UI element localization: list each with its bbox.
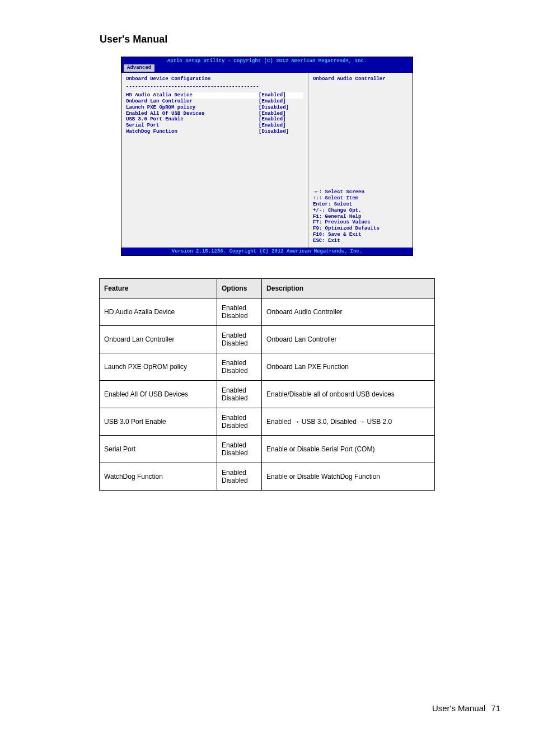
bios-setting-label: HD Audio Azalia Device <box>126 92 259 99</box>
bios-right-panel: Onboard Audio Controller →←: Select Scre… <box>308 73 413 248</box>
bios-tab-row: Advanced <box>121 64 413 73</box>
td-feature: Launch PXE OpROM policy <box>100 353 217 381</box>
bios-help-line: F9: Optimized Defaults <box>313 226 408 232</box>
table-row: Onboard Lan ControllerEnabledDisabledOnb… <box>100 326 435 353</box>
bios-setting-row: Enabled All Of USB Devices[Enabled] <box>126 111 303 117</box>
bios-help-line: Enter: Select <box>313 202 408 208</box>
bios-setting-value: [Enabled] <box>259 92 303 99</box>
bios-settings-list: HD Audio Azalia Device[Enabled]Onboard L… <box>126 92 303 135</box>
bios-footer: Version 2.15.1236. Copyright (C) 2012 Am… <box>121 248 413 256</box>
bios-setting-row: HD Audio Azalia Device[Enabled] <box>126 92 303 99</box>
bios-left-panel: Onboard Device Configuration -----------… <box>121 73 308 248</box>
bios-setting-row: WatchDog Function[Disabled] <box>126 129 303 135</box>
bios-setting-value: [Disabled] <box>259 129 303 135</box>
table-row: WatchDog FunctionEnabledDisabledEnable o… <box>100 463 435 491</box>
td-options: EnabledDisabled <box>217 298 261 326</box>
td-description: Enable/Disable all of onboard USB device… <box>262 381 435 408</box>
td-feature: USB 3.0 Port Enable <box>100 408 217 436</box>
options-table: Feature Options Description HD Audio Aza… <box>99 278 435 491</box>
td-options: EnabledDisabled <box>217 463 261 491</box>
bios-setting-row: Launch PXE OpROM policy[Disabled] <box>126 105 303 111</box>
bios-body: Onboard Device Configuration -----------… <box>121 73 413 248</box>
th-description: Description <box>262 279 435 298</box>
page-title: User's Manual <box>100 34 534 45</box>
bios-setting-label: Launch PXE OpROM policy <box>126 105 259 111</box>
td-description: Enable or Disable WatchDog Function <box>262 463 435 491</box>
table-row: USB 3.0 Port EnableEnabledDisabledEnable… <box>100 408 435 436</box>
td-feature: Serial Port <box>100 436 217 463</box>
bios-help-line: F7: Previous Values <box>313 220 408 226</box>
bios-help-line: ESC: Exit <box>313 238 408 244</box>
bios-setting-row: USB 3.0 Port Enable[Enabled] <box>126 116 303 123</box>
td-options: EnabledDisabled <box>217 381 261 408</box>
table-row: Enabled All Of USB DevicesEnabledDisable… <box>100 381 435 408</box>
td-description: Enabled → USB 3.0, Disabled → USB 2.0 <box>262 408 435 436</box>
table-row: HD Audio Azalia DeviceEnabledDisabledOnb… <box>100 298 435 326</box>
bios-setting-row: Onboard Lan Controller[Enabled] <box>126 99 303 105</box>
bios-header: Aptio Setup Utility - Copyright (C) 2012… <box>121 57 413 64</box>
footer-text: User's Manual <box>432 703 485 713</box>
bios-help-line: →←: Select Screen <box>313 189 408 195</box>
bios-setting-label: WatchDog Function <box>126 129 259 135</box>
th-options: Options <box>217 279 261 298</box>
bios-section-title: Onboard Device Configuration <box>126 76 303 82</box>
bios-setting-value: [Enabled] <box>259 116 303 123</box>
bios-setting-label: Enabled All Of USB Devices <box>126 111 259 117</box>
bios-help-line: F1: General Help <box>313 214 408 220</box>
bios-screenshot: Aptio Setup Utility - Copyright (C) 2012… <box>121 57 413 256</box>
table-header-row: Feature Options Description <box>100 279 435 298</box>
bios-setting-value: [Disabled] <box>259 105 303 111</box>
bios-setting-row: Serial Port[Enabled] <box>126 123 303 129</box>
bios-setting-value: [Enabled] <box>259 99 303 105</box>
bios-tab-advanced: Advanced <box>124 64 154 72</box>
td-description: Onboard Lan Controller <box>262 326 435 353</box>
bios-setting-value: [Enabled] <box>259 123 303 129</box>
bios-help-keys: →←: Select Screen↑↓: Select ItemEnter: S… <box>313 189 408 244</box>
td-description: Enable or Disable Serial Port (COM) <box>262 436 435 463</box>
page-footer: 71 User's Manual <box>0 703 534 737</box>
bios-setting-label: Serial Port <box>126 123 259 129</box>
table-row: Launch PXE OpROM policyEnabledDisabledOn… <box>100 353 435 381</box>
td-feature: Enabled All Of USB Devices <box>100 381 217 408</box>
table-row: Serial PortEnabledDisabledEnable or Disa… <box>100 436 435 463</box>
td-description: Onboard Audio Controller <box>262 298 435 326</box>
bios-setting-value: [Enabled] <box>259 111 303 117</box>
td-options: EnabledDisabled <box>217 436 261 463</box>
td-description: Onboard Lan PXE Function <box>262 353 435 381</box>
bios-help-line: ↑↓: Select Item <box>313 195 408 202</box>
td-feature: WatchDog Function <box>100 463 217 491</box>
td-options: EnabledDisabled <box>217 353 261 381</box>
bios-setting-label: Onboard Lan Controller <box>126 99 259 105</box>
td-options: EnabledDisabled <box>217 326 261 353</box>
bios-setting-label: USB 3.0 Port Enable <box>126 116 259 123</box>
td-options: EnabledDisabled <box>217 408 261 436</box>
bios-help-line: +/-: Change Opt. <box>313 208 408 214</box>
td-feature: Onboard Lan Controller <box>100 326 217 353</box>
td-feature: HD Audio Azalia Device <box>100 298 217 326</box>
bios-divider: ----------------------------------------… <box>126 84 303 90</box>
bios-help-description: Onboard Audio Controller <box>313 76 408 82</box>
th-feature: Feature <box>100 279 217 298</box>
page-number: 71 <box>491 703 500 713</box>
bios-help-line: F10: Save & Exit <box>313 232 408 238</box>
